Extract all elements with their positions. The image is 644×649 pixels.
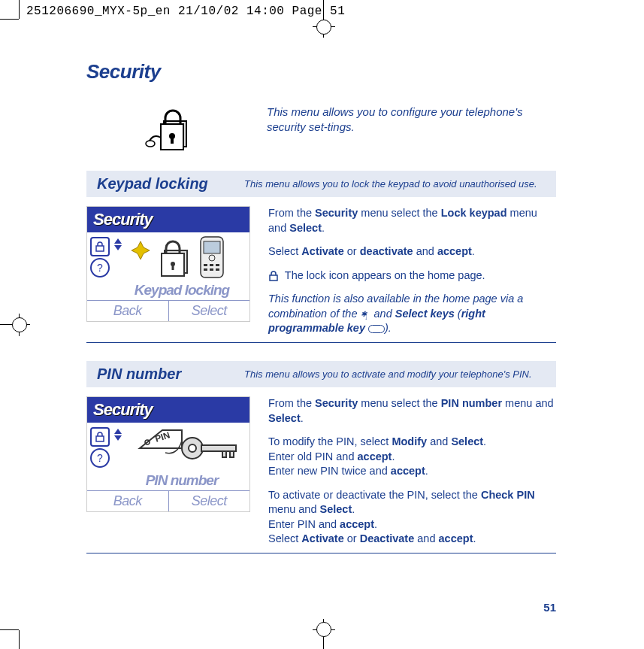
page-content: Security This menu allows you to configu…: [86, 60, 556, 560]
svg-rect-27: [201, 445, 236, 451]
phone-titlebar: Security: [87, 397, 249, 423]
intro-text: This menu allows you to configure your t…: [252, 105, 556, 134]
padlock-icon: [86, 105, 252, 153]
section-title: Keypad locking: [86, 171, 244, 197]
lock-icon: [268, 271, 279, 281]
section-2-content: Security ?: [86, 396, 556, 547]
svg-rect-3: [171, 138, 174, 144]
crop-mark: [0, 19, 19, 20]
softkey-back: Back: [87, 301, 169, 321]
phone-side-help-icon: ?: [90, 448, 110, 468]
section-1-text: From the Security menu select the Lock k…: [252, 206, 556, 336]
svg-rect-15: [216, 264, 219, 266]
svg-point-4: [146, 141, 155, 147]
phone-titlebar: Security: [87, 207, 249, 232]
section-desc: This menu allows you to activate and mod…: [244, 368, 549, 381]
registration-mark: [316, 20, 331, 35]
registration-mark: [316, 622, 331, 637]
divider: [86, 553, 556, 553]
section-2-text: From the Security menu select the PIN nu…: [252, 396, 556, 547]
phone-softkeys: Back Select: [87, 490, 249, 511]
svg-rect-17: [210, 268, 213, 271]
intro-row: This menu allows you to configure your t…: [86, 105, 556, 153]
phone-menu-label: Keypad locking: [117, 282, 246, 299]
svg-point-26: [189, 444, 196, 452]
registration-mark: [12, 317, 27, 332]
phone-nav-arrows: [114, 238, 122, 250]
body-text: To activate or deactivate the PIN, selec…: [268, 488, 556, 547]
softkey-back: Back: [87, 491, 169, 511]
star-key-icon: ✱↓: [361, 309, 371, 320]
section-header-pin-number: PIN number This menu allows you to activ…: [86, 361, 556, 387]
crop-mark: [19, 630, 20, 649]
section-header-keypad-locking: Keypad locking This menu allows you to l…: [86, 171, 556, 197]
page-number: 51: [543, 601, 556, 614]
phone-side-lock-icon: [90, 427, 110, 447]
svg-rect-14: [210, 264, 213, 266]
divider: [86, 342, 556, 343]
page-title: Security: [86, 60, 556, 83]
phone-screenshot-keypad: Security ?: [86, 206, 250, 322]
svg-rect-11: [204, 241, 220, 253]
note-lock-icon: The lock icon appears on the home page.: [268, 268, 556, 284]
svg-rect-9: [172, 265, 174, 270]
body-text: From the Security menu select the Lock k…: [268, 206, 556, 235]
svg-rect-19: [270, 275, 277, 281]
phone-screenshot-pin: Security ?: [86, 396, 250, 512]
svg-text:↓: ↓: [364, 314, 367, 320]
phone-art-lock: [123, 235, 245, 279]
body-note: This function is also available in the h…: [268, 292, 556, 336]
body-text: Select Activate or deactivate and accept…: [268, 244, 556, 259]
body-text: From the Security menu select the PIN nu…: [268, 396, 556, 426]
phone-side-lock-icon: [90, 237, 110, 256]
svg-rect-16: [204, 268, 207, 271]
oval-key-icon: [368, 325, 385, 333]
phone-softkeys: Back Select: [87, 300, 249, 321]
phone-menu-label: PIN number: [117, 472, 246, 489]
softkey-select: Select: [169, 491, 250, 511]
crop-mark: [0, 629, 19, 630]
body-text: To modify the PIN, select Modify and Sel…: [268, 435, 556, 479]
svg-rect-29: [230, 451, 234, 457]
phone-side-help-icon: ?: [90, 258, 110, 277]
svg-rect-18: [216, 268, 219, 271]
crop-mark: [19, 0, 20, 19]
section-desc: This menu allows you to lock the keypad …: [244, 178, 549, 190]
phone-art-pin-key: PIN: [132, 426, 245, 469]
svg-rect-5: [96, 246, 104, 251]
phone-nav-arrows: [114, 429, 122, 441]
softkey-select: Select: [169, 301, 250, 321]
svg-rect-13: [204, 264, 207, 266]
svg-rect-22: [96, 436, 104, 441]
svg-rect-28: [222, 451, 226, 457]
section-title: PIN number: [86, 361, 244, 387]
document-meta-header: 251206690_MYX-5p_en 21/10/02 14:00 Page …: [26, 5, 345, 18]
section-1-content: Security ?: [86, 206, 556, 336]
